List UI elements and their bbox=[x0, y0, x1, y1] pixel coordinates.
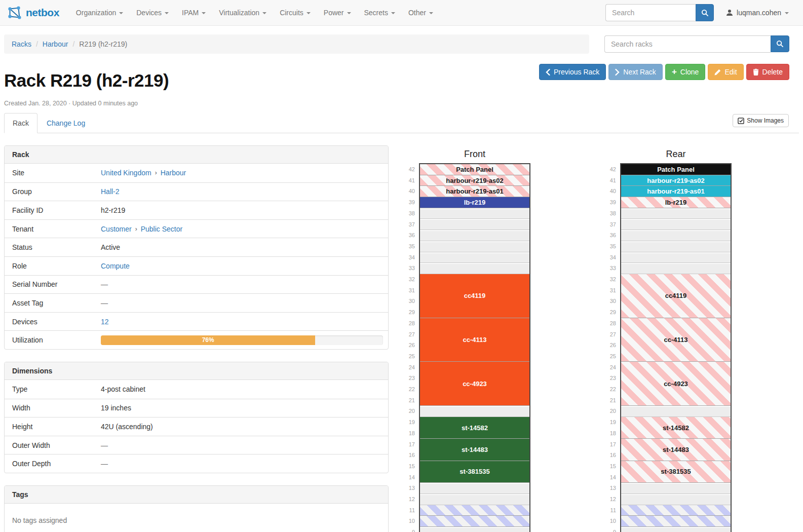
rack-device-lb-r219[interactable]: lb-r219 bbox=[420, 197, 529, 208]
nav-menu-circuits[interactable]: Circuits bbox=[273, 0, 317, 25]
rack-device-patch-panel[interactable]: Patch Panel bbox=[420, 164, 529, 175]
plus-icon: + bbox=[672, 67, 677, 76]
nav-menu-virtualization[interactable]: Virtualization bbox=[212, 0, 273, 25]
rack-device-label: st-381535 bbox=[661, 468, 691, 475]
nav-menu-secrets[interactable]: Secrets bbox=[358, 0, 402, 25]
rack-device-st-14582[interactable]: st-14582 bbox=[621, 417, 731, 439]
global-search-button[interactable] bbox=[696, 4, 714, 21]
rack-device-st-14582[interactable]: st-14582 bbox=[420, 417, 529, 439]
nav-menu-label: Power bbox=[324, 9, 344, 17]
nav-menu-other[interactable]: Other bbox=[402, 0, 440, 25]
page-title: Rack R219 (h2-r219) bbox=[4, 70, 169, 91]
next-rack-button[interactable]: Next Rack bbox=[608, 64, 663, 80]
rack-device-cc-4923[interactable]: cc-4923 bbox=[621, 362, 731, 406]
rack-device-cc-4113[interactable]: cc-4113 bbox=[420, 318, 529, 362]
global-search-input[interactable] bbox=[605, 4, 696, 21]
rack-unit-empty bbox=[420, 230, 529, 241]
value-link[interactable]: Hall-2 bbox=[101, 187, 120, 196]
unit-number: 41 bbox=[605, 175, 616, 186]
unit-number: 27 bbox=[404, 329, 415, 340]
value-link[interactable]: Compute bbox=[101, 262, 130, 270]
unit-number: 35 bbox=[605, 241, 616, 252]
show-images-button[interactable]: Show Images bbox=[733, 114, 789, 127]
search-icon bbox=[776, 40, 784, 48]
nav-menu-power[interactable]: Power bbox=[317, 0, 358, 25]
table-row: Height42U (ascending) bbox=[5, 417, 388, 436]
user-menu[interactable]: luqman.cohen bbox=[726, 9, 789, 17]
value-link[interactable]: Harbour bbox=[161, 169, 186, 177]
trash-icon bbox=[753, 68, 759, 75]
nav-menu-devices[interactable]: Devices bbox=[130, 0, 175, 25]
value-link[interactable]: Customer bbox=[101, 225, 132, 233]
table-row: StatusActive bbox=[5, 238, 388, 256]
rack-device-lb-r219[interactable]: lb-r219 bbox=[621, 197, 731, 208]
value-text: 42U (ascending) bbox=[101, 423, 153, 431]
nav-menu-organization[interactable]: Organization bbox=[69, 0, 130, 25]
rack-device-label: cc4119 bbox=[464, 292, 486, 299]
rack-device-label: harbour-r219-as01 bbox=[647, 187, 704, 195]
value-text: — bbox=[101, 299, 108, 307]
edit-button[interactable]: Edit bbox=[708, 64, 743, 80]
panel-title: Dimensions bbox=[5, 362, 388, 380]
unit-number: 34 bbox=[605, 252, 616, 263]
row-label: Outer Depth bbox=[5, 460, 101, 468]
tab-change-log[interactable]: Change Log bbox=[39, 113, 93, 133]
rack-device-harbour-r219-as01[interactable]: harbour-r219-as01 bbox=[420, 186, 529, 197]
nav-menu-label: Virtualization bbox=[219, 9, 259, 17]
rear-elevation: Rear424140393837363534333231302928272625… bbox=[605, 148, 732, 532]
table-row: Devices12 bbox=[5, 312, 388, 331]
value-link[interactable]: 12 bbox=[101, 318, 109, 326]
tab-rack[interactable]: Rack bbox=[4, 113, 37, 133]
unit-number: 9 bbox=[605, 527, 616, 532]
nav-menu-ipam[interactable]: IPAM bbox=[175, 0, 212, 25]
rack-device-cc-4113[interactable]: cc-4113 bbox=[621, 318, 731, 362]
rack-device-harbour-r219-as01[interactable]: harbour-r219-as01 bbox=[621, 186, 731, 197]
rack-device-label: st-14483 bbox=[663, 446, 689, 453]
value-text: 19 inches bbox=[101, 404, 131, 412]
rack-device-cc4119[interactable]: cc4119 bbox=[420, 274, 529, 318]
unit-number: 35 bbox=[404, 241, 415, 252]
table-row: RoleCompute bbox=[5, 256, 388, 275]
action-buttons: Previous Rack Next Rack + Clone Edit Del… bbox=[539, 64, 789, 80]
unit-number: 21 bbox=[605, 395, 616, 406]
unit-number: 36 bbox=[404, 230, 415, 241]
row-label: Devices bbox=[5, 318, 101, 326]
value-link[interactable]: Public Sector bbox=[141, 225, 182, 233]
racks-search-button[interactable] bbox=[771, 35, 789, 52]
chevron-down-icon bbox=[347, 12, 351, 14]
breadcrumb-item-harbour[interactable]: Harbour bbox=[43, 40, 68, 48]
next-rack-label: Next Rack bbox=[623, 68, 656, 75]
rack-device-cc4119[interactable]: cc4119 bbox=[621, 274, 731, 318]
rack-device-cc-4923[interactable]: cc-4923 bbox=[420, 362, 529, 406]
rack-device-st-14483[interactable]: st-14483 bbox=[420, 439, 529, 461]
unit-number: 11 bbox=[605, 505, 616, 516]
unit-number: 39 bbox=[404, 197, 415, 208]
rack-device-st-381535[interactable]: st-381535 bbox=[420, 461, 529, 483]
rack-device-st-14483[interactable]: st-14483 bbox=[621, 439, 731, 461]
unit-number: 30 bbox=[404, 296, 415, 307]
nav-menu-label: Other bbox=[408, 9, 426, 17]
chevron-down-icon bbox=[119, 12, 123, 14]
unit-number: 24 bbox=[605, 362, 616, 373]
rack-device-patch-panel[interactable]: Patch Panel bbox=[621, 164, 731, 175]
unit-number: 17 bbox=[404, 439, 415, 450]
breadcrumb-separator: / bbox=[72, 40, 74, 48]
edit-label: Edit bbox=[724, 68, 737, 75]
rack-device-harbour-r219-as02[interactable]: harbour-r219-as02 bbox=[420, 175, 529, 186]
table-row: Serial Number— bbox=[5, 275, 388, 294]
value-link[interactable]: United Kingdom bbox=[101, 169, 151, 177]
clone-button[interactable]: + Clone bbox=[665, 64, 706, 80]
racks-search-input[interactable] bbox=[604, 35, 771, 53]
page-meta: Created Jan. 28, 2020 · Updated 0 minute… bbox=[4, 100, 138, 107]
breadcrumb-item-racks[interactable]: Racks bbox=[12, 40, 31, 48]
rack-unit-empty bbox=[621, 263, 731, 274]
row-label: Group bbox=[5, 187, 101, 196]
row-label: Role bbox=[5, 262, 101, 270]
row-value: — bbox=[101, 441, 388, 449]
rack-device-harbour-r219-as02[interactable]: harbour-r219-as02 bbox=[621, 175, 731, 186]
rack-device-st-381535[interactable]: st-381535 bbox=[621, 461, 731, 483]
delete-button[interactable]: Delete bbox=[746, 64, 789, 80]
unit-number: 42 bbox=[605, 164, 616, 175]
previous-rack-button[interactable]: Previous Rack bbox=[539, 64, 606, 80]
netbox-brand[interactable]: netbox bbox=[6, 5, 59, 20]
